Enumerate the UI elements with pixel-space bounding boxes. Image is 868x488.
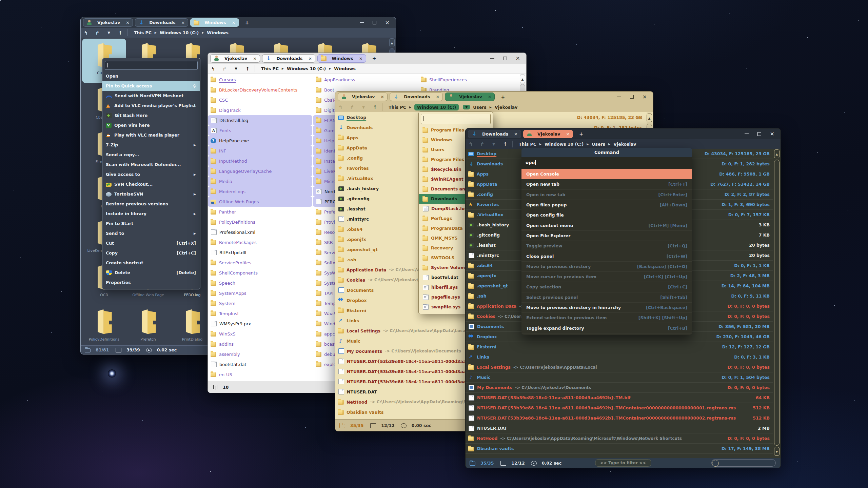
breadcrumb-item[interactable]: This PC [389,105,406,110]
command-item[interactable]: Toggle expand directory [Ctrl+B] [521,323,692,333]
tab-close-icon[interactable]: × [126,20,130,25]
tab-close-icon[interactable]: × [253,56,257,61]
new-tab-button[interactable]: + [497,94,509,100]
tab[interactable]: Vjekoslav × [210,54,260,63]
breadcrumb-item[interactable]: Windows [207,30,229,35]
file-row[interactable]: assembly [208,349,312,359]
breadcrumb-item[interactable]: Users [473,105,487,110]
context-menu-item[interactable]: Scan with Microsoft Defender... [102,160,200,169]
scroll-up-button[interactable]: ▲ [520,75,525,83]
minimize-button[interactable] [490,58,494,59]
file-row[interactable]: System [208,298,312,308]
up-button[interactable]: ↑ [115,30,125,36]
tab[interactable]: Windows × [190,18,239,27]
breadcrumb-item[interactable]: Windows 10 (C:) [287,66,326,71]
command-item[interactable]: Move cursor to previous item [Ctrl+K] [C… [521,272,692,282]
file-row[interactable]: ShellComponents [208,268,312,278]
scrollbar[interactable]: ▲ ▼ [774,149,780,458]
dropdown-filter-input[interactable] [421,114,491,124]
context-menu-item[interactable]: Send to ▶ [102,228,200,238]
tab[interactable]: Vjekoslav × [523,130,573,138]
context-menu-item[interactable]: Git Bash Here [102,110,200,120]
command-item[interactable]: Open in new tab [Ctrl+Enter] [521,190,692,200]
command-item[interactable]: Move to previous directory in hierarchy … [521,303,692,313]
file-row[interactable]: NetHood -> C:\Users\Vjekoslav\AppData\Ro… [466,433,773,444]
maximize-button[interactable] [503,57,507,60]
file-row[interactable]: InputMethod [208,156,312,166]
maximize-button[interactable] [373,21,376,24]
tab-close-icon[interactable]: × [232,20,236,25]
close-button[interactable]: × [770,132,774,136]
file-row[interactable]: DtcInstall.log [208,115,312,125]
file-row[interactable]: CSC [208,95,312,105]
tab[interactable]: Downloads × [390,93,443,101]
tab[interactable]: Downloads × [468,130,521,138]
breadcrumb-item[interactable]: Windows [334,66,356,71]
tab[interactable]: Vjekoslav × [338,93,388,101]
file-row[interactable]: Fonts [208,125,312,136]
file-row[interactable]: NTUSER.DAT{53b39e88-18c4-11ea-a811-000d3… [466,403,773,413]
up-button[interactable]: ↑ [500,141,510,147]
up-button[interactable]: ↑ [370,104,380,110]
scroll-up-button[interactable]: ▲ [774,149,780,158]
tab[interactable]: Windows × [317,54,366,63]
command-item[interactable]: Open new tab [Ctrl+T] [521,179,692,189]
command-item[interactable]: Open config file [521,210,692,220]
tab[interactable]: Vjekoslav × [83,18,133,27]
tab[interactable]: Downloads × [135,18,188,27]
file-row[interactable]: DiagTrack [208,105,312,115]
scroll-down-button[interactable]: ▼ [774,447,780,456]
breadcrumb-item-active[interactable]: Windows 10 (C:) [414,104,459,110]
minimize-button[interactable] [617,97,621,97]
minimize-button[interactable] [745,134,749,134]
file-row[interactable]: ShellExperiences [418,75,522,85]
file-row[interactable]: NTUSER.DAT 2 MB [466,423,773,433]
history-dropdown-button[interactable]: ▼ [489,142,499,146]
context-menu-item[interactable]: Play with VLC media player [102,130,200,140]
close-button[interactable]: × [385,21,390,24]
back-button[interactable]: ↰ [466,141,476,147]
file-row[interactable]: ModemLogs [208,186,312,197]
file-row[interactable]: Offline Web Pages [208,197,312,207]
breadcrumb-item[interactable]: Vjekoslav [495,105,517,110]
file-row[interactable]: RtlExUpd.dll [208,247,312,258]
tab-close-icon[interactable]: × [359,56,363,61]
command-item[interactable]: Close panel [Ctrl+W] [521,251,692,261]
back-button[interactable]: ↰ [208,66,218,72]
tab-close-icon[interactable]: × [308,56,312,61]
file-row[interactable]: Music D: 0, F: 1, 504 bytes [466,372,773,383]
file-row[interactable]: Links D: 0, F: 3, 1 KB [466,352,773,362]
context-menu-item[interactable]: Give access to ▶ [102,169,200,179]
context-menu-item[interactable]: Restore previous versions [102,199,200,209]
context-menu-item[interactable]: Send a copy... [102,150,200,160]
tab[interactable]: Vjekoslav × [445,93,495,101]
history-dropdown-button[interactable]: ▼ [231,67,241,70]
scroll-thumb[interactable] [774,160,780,446]
context-menu-item[interactable]: Delete [Delete] [102,268,200,278]
file-row[interactable]: Cursors [208,75,312,85]
history-dropdown-button[interactable]: ▼ [358,105,369,109]
file-row[interactable]: WMSysPr9.prx [208,319,312,329]
command-item[interactable]: Extend selection to previous item [Shift… [521,313,692,323]
grid-item[interactable]: PolicyDefinitions [82,305,126,349]
back-button[interactable]: ↰ [335,104,346,110]
context-menu-item[interactable]: Pin to Start [102,219,200,228]
minimize-button[interactable] [360,22,364,23]
context-menu-item[interactable]: 7-Zip ▶ [102,140,200,150]
command-item[interactable]: Open Console [521,169,692,179]
file-row[interactable]: NTUSER.DAT{53b39e88-18c4-11ea-a811-000d3… [466,393,773,403]
forward-button[interactable]: ↱ [92,30,102,36]
command-item[interactable]: Open files popup [Alt+Down] [521,200,692,210]
forward-button[interactable]: ↱ [477,141,487,147]
context-menu-item[interactable]: Add to VLC media player's Playlist [102,101,200,110]
context-menu-item[interactable]: Include in library ▶ [102,209,200,219]
file-row[interactable]: BitLockerDiscoveryVolumeContents [208,85,312,95]
type-to-filter-button[interactable]: >> Type to filter << [595,459,651,467]
file-row[interactable]: Local Settings -> C:\Users\Vjekoslav\App… [466,362,773,372]
history-dropdown-button[interactable]: ▼ [104,31,114,35]
file-row[interactable]: en-US [208,369,312,380]
scroll-up-button[interactable]: ▲ [647,114,652,122]
command-item[interactable]: Open context menu [Ctrl+M] [Menu] [521,220,692,230]
file-row[interactable]: Eksterni D: 12, F: 127, 12 GB [466,342,773,352]
file-row[interactable]: Media [208,176,312,186]
